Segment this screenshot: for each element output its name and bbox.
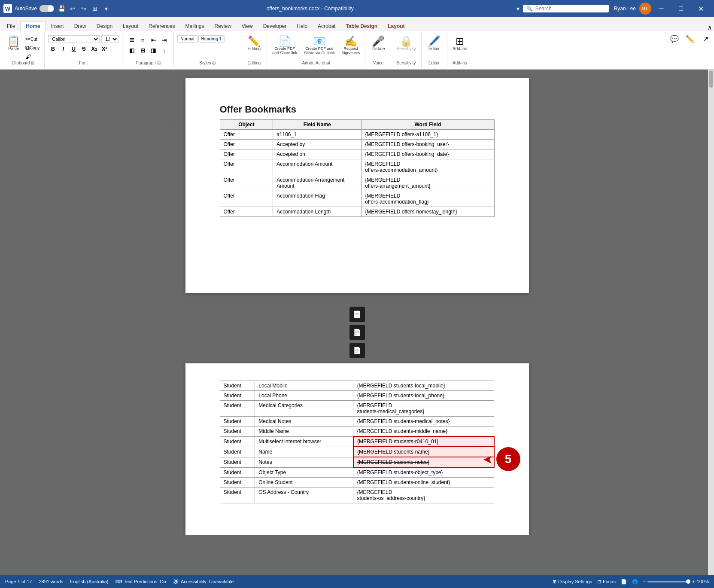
addins-icon: ⊞ bbox=[456, 36, 464, 46]
cut-button[interactable]: ✂ Cut bbox=[24, 35, 41, 43]
clipboard-items: 📋 Paste ✂ Cut ⧉ Copy 🖌 bbox=[5, 34, 41, 61]
autosave-toggle[interactable] bbox=[39, 5, 54, 12]
indent-increase-button[interactable]: ⇥ bbox=[159, 35, 169, 45]
user-area: Ryan Lee RL bbox=[614, 3, 651, 15]
tab-layout-table[interactable]: Layout bbox=[383, 21, 410, 31]
table-row: Offer Accommodation Amount {MERGEFIELDof… bbox=[220, 159, 494, 175]
status-bar-right: ⊞ Display Settings ⊡ Focus 📄 🌐 − + 100% bbox=[553, 579, 709, 585]
language-label: English (Australia) bbox=[70, 579, 108, 584]
save-icon[interactable]: 💾 bbox=[57, 4, 66, 13]
zoom-out-icon[interactable]: − bbox=[643, 579, 646, 584]
zoom-control[interactable]: − + 100% bbox=[643, 579, 709, 584]
strikethrough-button[interactable]: S bbox=[79, 44, 88, 53]
tab-acrobat[interactable]: Acrobat bbox=[313, 21, 340, 31]
zoom-slider-thumb[interactable] bbox=[686, 579, 690, 584]
bullets-button[interactable]: ☰ bbox=[127, 35, 137, 45]
tab-design[interactable]: Design bbox=[91, 21, 118, 31]
tab-developer[interactable]: Developer bbox=[258, 21, 292, 31]
bold-button[interactable]: B bbox=[48, 44, 58, 53]
voice-items: 🎤 Dictate bbox=[370, 34, 387, 61]
paste-button[interactable]: 📋 Paste bbox=[5, 35, 22, 52]
minimize-button[interactable]: ─ bbox=[651, 0, 671, 17]
comments-icon[interactable]: 💬 bbox=[668, 32, 681, 46]
copy-button[interactable]: ⧉ Copy bbox=[24, 44, 41, 52]
style-heading1[interactable]: Heading 1 bbox=[198, 35, 225, 43]
clipboard-small-btns: ✂ Cut ⧉ Copy 🖌 bbox=[24, 35, 41, 61]
addins-button[interactable]: ⊞ Add-ins bbox=[451, 35, 469, 52]
display-label: Display Settings bbox=[558, 579, 592, 584]
track-changes-icon[interactable]: ✏️ bbox=[683, 32, 697, 46]
focus-mode[interactable]: ⊡ Focus bbox=[597, 579, 616, 585]
doc-dropdown-icon[interactable]: ▾ bbox=[513, 4, 523, 13]
indent-decrease-button[interactable]: ⇤ bbox=[149, 35, 158, 45]
tab-home[interactable]: Home bbox=[20, 21, 46, 31]
addins-items: ⊞ Add-ins bbox=[451, 34, 469, 61]
table-row-highlighted-3: Student Notes {MERGEFIELD students-notes… bbox=[220, 457, 494, 467]
zoom-in-icon[interactable]: + bbox=[692, 579, 695, 584]
ribbon-collapse-icon[interactable]: ∧ bbox=[705, 24, 714, 31]
svg-rect-7 bbox=[355, 350, 359, 350]
user-avatar[interactable]: RL bbox=[639, 3, 651, 15]
text-predictions-status[interactable]: ⌨ Text Predictions: On bbox=[115, 579, 166, 585]
table-row: Student Local Phone {MERGEFIELD students… bbox=[220, 391, 494, 401]
move-handle[interactable]: ⊹ bbox=[168, 121, 173, 128]
request-signatures-button[interactable]: ✍️ RequestSignatures bbox=[340, 35, 362, 56]
tab-insert[interactable]: Insert bbox=[46, 21, 69, 31]
dictate-button[interactable]: 🎤 Dictate bbox=[370, 35, 387, 52]
view-mode-print[interactable]: 📄 bbox=[621, 579, 627, 585]
italic-button[interactable]: I bbox=[58, 44, 68, 53]
line-spacing-button[interactable]: ↕ bbox=[159, 46, 169, 55]
undo-icon[interactable]: ↩ bbox=[68, 4, 77, 13]
create-pdf-button[interactable]: 📄 Create PDFand Share link bbox=[270, 35, 299, 56]
align-left-button[interactable]: ◧ bbox=[127, 46, 137, 55]
close-button[interactable]: ✕ bbox=[691, 0, 711, 17]
format-painter-button[interactable]: 🖌 bbox=[24, 53, 41, 61]
tab-view[interactable]: View bbox=[237, 21, 258, 31]
tab-help[interactable]: Help bbox=[292, 21, 313, 31]
tab-mailings[interactable]: Mailings bbox=[180, 21, 209, 31]
tab-draw[interactable]: Draw bbox=[69, 21, 91, 31]
sensitivity-label: Sensitivity bbox=[396, 61, 416, 66]
editing-button[interactable]: ✏️ Editing bbox=[246, 35, 263, 52]
document-area: ⊹ Offer Bookmarks Object Field Name Word… bbox=[0, 70, 714, 575]
underline-button[interactable]: U bbox=[69, 44, 78, 53]
tab-references[interactable]: References bbox=[143, 21, 180, 31]
zoom-slider[interactable] bbox=[647, 581, 690, 582]
tab-file[interactable]: File bbox=[2, 21, 20, 31]
request-sig-icon: ✍️ bbox=[344, 36, 357, 46]
display-settings[interactable]: ⊞ Display Settings bbox=[553, 579, 592, 585]
font-family-select[interactable]: Calibri bbox=[48, 35, 100, 43]
table-row: Offer Accepted by {MERGEFIELD offers-boo… bbox=[220, 140, 494, 149]
styles-label: Styles ⊞ bbox=[199, 61, 216, 66]
maximize-button[interactable]: □ bbox=[671, 0, 691, 17]
acrobat-items: 📄 Create PDFand Share link 📧 Create PDF … bbox=[270, 34, 362, 61]
text-predictions-label: Text Predictions: On bbox=[124, 579, 166, 584]
status-bar: Page 1 of 17 2891 words English (Austral… bbox=[0, 575, 714, 588]
accessibility-status[interactable]: ♿ Accessibility: Unavailable bbox=[173, 579, 234, 585]
redo-icon[interactable]: ↪ bbox=[79, 4, 88, 13]
create-pdf-outlook-button[interactable]: 📧 Create PDF andShare via Outlook bbox=[302, 35, 337, 56]
tab-review[interactable]: Review bbox=[210, 21, 237, 31]
search-bar[interactable]: 🔍 bbox=[523, 5, 609, 12]
sensitivity-button[interactable]: 🔒 Sensitivity bbox=[395, 35, 417, 52]
search-input[interactable] bbox=[535, 6, 596, 12]
language-status[interactable]: English (Australia) bbox=[70, 579, 108, 584]
page-break-area bbox=[349, 302, 365, 363]
more-icon[interactable]: ▾ bbox=[101, 4, 111, 13]
display-icon: ⊞ bbox=[553, 579, 556, 585]
font-size-select[interactable]: 11 bbox=[101, 35, 118, 43]
bookmarks-table-2: Student Local Mobile {MERGEFIELD student… bbox=[220, 381, 495, 503]
tab-layout[interactable]: Layout bbox=[118, 21, 143, 31]
view-mode-web[interactable]: 🌐 bbox=[632, 579, 638, 585]
align-right-button[interactable]: ◨ bbox=[149, 46, 158, 55]
numbering-button[interactable]: ≡ bbox=[138, 35, 147, 45]
group-sensitivity: 🔒 Sensitivity Sensitivity bbox=[391, 32, 421, 68]
style-normal[interactable]: Normal bbox=[177, 35, 197, 43]
align-center-button[interactable]: ⊟ bbox=[138, 46, 147, 55]
share-icon[interactable]: ↗ bbox=[699, 32, 712, 46]
editor-button[interactable]: 🖊️ Editor bbox=[425, 35, 443, 52]
subscript-button[interactable]: X₂ bbox=[89, 44, 99, 53]
customize-icon[interactable]: ⊞ bbox=[90, 4, 100, 13]
superscript-button[interactable]: X² bbox=[100, 44, 109, 53]
tab-table-design[interactable]: Table Design bbox=[340, 21, 383, 31]
